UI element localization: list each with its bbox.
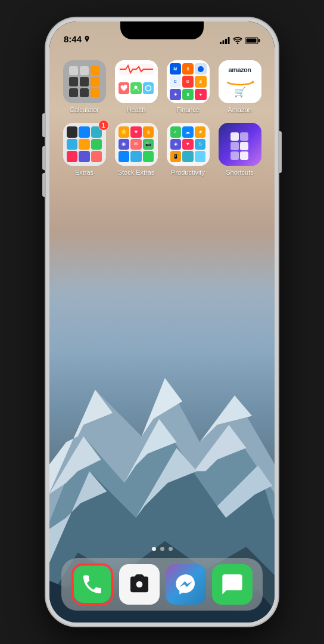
health-label: Health <box>127 106 146 113</box>
svg-rect-25 <box>230 132 239 141</box>
finance-icon: M $ C ⊙ 2 ◈ $ ♥ <box>167 60 210 103</box>
signal-icon <box>220 37 230 44</box>
app-item-calculator[interactable]: Calculator <box>61 60 107 113</box>
svg-rect-30 <box>240 151 248 160</box>
page-dots <box>49 547 275 551</box>
shortcuts-label: Shortcuts <box>226 169 253 176</box>
svg-rect-17 <box>228 37 230 44</box>
stock-extras-label: Stock Extras <box>118 169 155 176</box>
svg-rect-28 <box>240 142 248 150</box>
status-time: 8:44 <box>64 34 82 44</box>
app-grid: Calculator <box>49 54 275 182</box>
stock-extras-icon: ⭐ ♥ $ ◉ ✉ 📷 <box>115 123 158 166</box>
svg-rect-20 <box>247 39 257 43</box>
app-item-stock-extras[interactable]: ⭐ ♥ $ ◉ ✉ 📷 Stock E <box>113 123 159 176</box>
svg-rect-19 <box>258 39 260 42</box>
svg-rect-29 <box>230 151 239 160</box>
finance-label: Finance <box>176 106 200 113</box>
dock-app-phone[interactable] <box>71 564 113 605</box>
amazon-icon: amazon 🛒 <box>219 60 261 103</box>
productivity-label: Productivity <box>171 169 205 176</box>
health-icon <box>115 60 158 103</box>
extras-label: Extras <box>75 169 94 176</box>
dock-app-messenger[interactable] <box>166 564 206 605</box>
shortcuts-icon <box>219 123 261 166</box>
app-item-productivity[interactable]: ✓ ☁ ★ ◈ ♥ S 📱 Produc <box>165 123 211 176</box>
status-bar: 8:44 <box>49 21 275 48</box>
app-item-health[interactable]: Health <box>113 60 159 113</box>
phone-dock-icon <box>74 566 111 603</box>
screen: 8:44 <box>49 21 275 623</box>
dock <box>61 558 263 611</box>
camera-dock-icon <box>119 564 160 605</box>
calculator-label: Calculator <box>70 106 99 113</box>
page-dot-3 <box>169 547 173 551</box>
page-dot-2 <box>160 547 164 551</box>
extras-icon <box>63 123 106 166</box>
svg-rect-14 <box>220 42 222 44</box>
svg-point-22 <box>146 85 151 91</box>
status-icons <box>220 37 260 44</box>
location-icon <box>84 36 90 43</box>
messenger-dock-icon <box>166 564 206 605</box>
app-item-shortcuts[interactable]: Shortcuts <box>217 123 263 176</box>
amazon-label: Amazon <box>228 106 251 113</box>
app-item-finance[interactable]: M $ C ⊙ 2 ◈ $ ♥ <box>165 60 211 113</box>
phone-frame: 8:44 <box>46 18 278 626</box>
calculator-icon <box>63 60 106 103</box>
productivity-icon: ✓ ☁ ★ ◈ ♥ S 📱 <box>167 123 210 166</box>
svg-rect-16 <box>225 39 227 44</box>
phone-inner: 8:44 <box>49 21 275 623</box>
dock-app-camera[interactable] <box>119 564 160 605</box>
app-item-extras[interactable]: 1 <box>61 123 107 176</box>
page-dot-1 <box>152 547 156 551</box>
app-item-amazon[interactable]: amazon 🛒 Amazon <box>217 60 263 113</box>
dock-app-messages[interactable] <box>212 564 253 605</box>
svg-rect-15 <box>223 41 225 45</box>
wifi-icon <box>233 37 242 44</box>
battery-icon <box>245 37 260 44</box>
svg-rect-27 <box>230 142 239 150</box>
svg-rect-26 <box>240 132 248 141</box>
extras-badge: 1 <box>98 120 109 131</box>
svg-point-21 <box>135 85 138 88</box>
messages-dock-icon <box>212 564 253 605</box>
